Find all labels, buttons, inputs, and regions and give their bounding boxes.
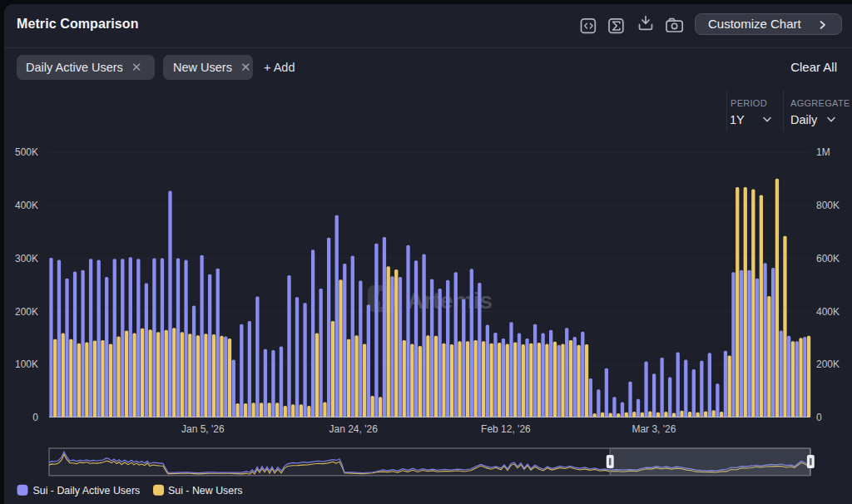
svg-text:300K: 300K [15, 253, 38, 264]
svg-text:500K: 500K [15, 146, 38, 158]
svg-text:Jan 24, '26: Jan 24, '26 [329, 423, 379, 435]
svg-text:800K: 800K [816, 200, 840, 211]
svg-text:200K: 200K [15, 306, 38, 318]
svg-text:Feb 12, '26: Feb 12, '26 [481, 423, 531, 435]
svg-text:600K: 600K [816, 253, 840, 264]
svg-text:100K: 100K [15, 358, 38, 370]
svg-text:400K: 400K [15, 200, 38, 211]
svg-text:0: 0 [32, 412, 38, 423]
svg-text:400K: 400K [816, 306, 840, 318]
svg-text:1M: 1M [816, 146, 830, 158]
svg-text:Sui - New Users: Sui - New Users [168, 485, 243, 497]
svg-text:0: 0 [816, 412, 822, 423]
svg-text:Sui - Daily Active Users: Sui - Daily Active Users [33, 485, 141, 497]
svg-text:200K: 200K [816, 358, 840, 370]
svg-text:Jan 5, '26: Jan 5, '26 [181, 423, 225, 435]
svg-text:Mar 3, '26: Mar 3, '26 [632, 423, 676, 435]
